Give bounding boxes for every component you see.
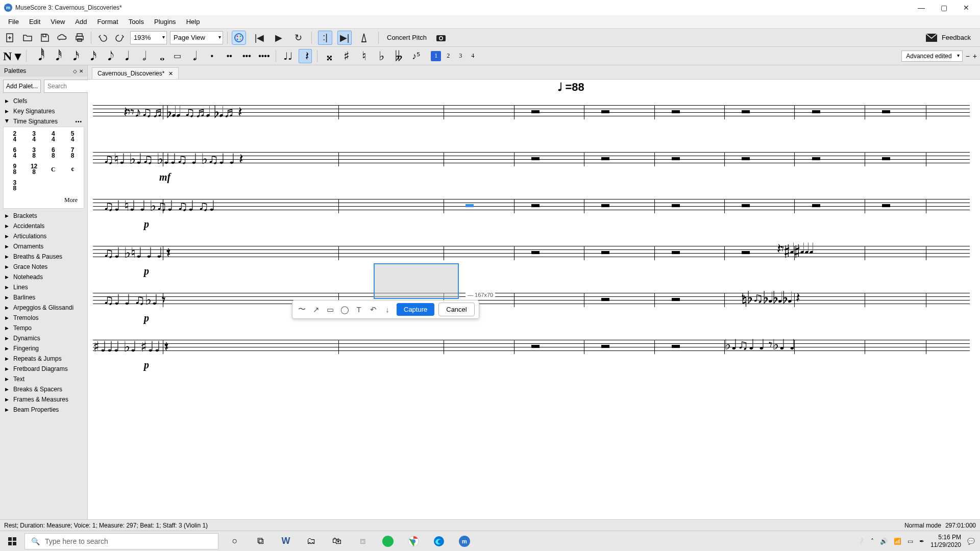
double-dot-icon[interactable]: •• (223, 49, 236, 63)
duration-whole-icon[interactable]: 𝅝 (153, 49, 166, 63)
pan-icon[interactable]: ▶| (337, 31, 352, 45)
palette-item[interactable]: ▶Grace Notes (0, 262, 87, 272)
staff-row[interactable]: 𝄽 𝄾 𝄾 ♪♫♬ ♭♩♩ ♫♬♩ ♭♩♬ 𝄽 (93, 98, 970, 127)
palette-item[interactable]: ▶Fingering (0, 343, 87, 354)
maximize-button[interactable]: ▢ (937, 4, 950, 12)
feedback-link[interactable]: Feedback (942, 34, 971, 41)
start-button[interactable] (0, 537, 24, 545)
palette-item[interactable]: ▶Brackets (0, 211, 87, 221)
score-view[interactable]: ♩ =88 𝄽 𝄾 𝄾 ♪♫♬ ♭♩♩ ♫♬♩ ♭♩♬ 𝄽 ♫♮♩ ♭♩♫ ♭♩… (88, 80, 980, 532)
circle-tool-icon[interactable]: ◯ (339, 305, 350, 315)
duration-breve-icon[interactable]: ▭ (170, 49, 184, 63)
menu-plugins[interactable]: Plugins (149, 17, 181, 27)
dot-icon[interactable]: • (205, 49, 218, 63)
wifi-icon[interactable]: 📶 (894, 538, 901, 545)
palette-item[interactable]: ▶Breaths & Pauses (0, 252, 87, 262)
undo-icon[interactable] (95, 31, 110, 45)
palette-item[interactable]: ▶Fretboard Diagrams (0, 364, 87, 374)
menu-tools[interactable]: Tools (124, 17, 149, 27)
palette-item[interactable]: ▶Ornaments (0, 241, 87, 252)
musescore-taskbar-icon[interactable]: m (453, 532, 476, 550)
staff-row[interactable]: ♫♮♩ ♭♩♫ ♭♩♩♫ ♩ ♭♫♩ ♩ 𝄽 mf (93, 145, 970, 173)
taskbar-search[interactable]: 🔍 Type here to search (24, 533, 218, 549)
duration-32nd-icon[interactable]: 𝅘𝅥𝅰 (49, 49, 62, 63)
capture-selection[interactable] (374, 263, 459, 299)
quad-dot-icon[interactable]: •••• (257, 49, 271, 63)
document-tab[interactable]: Cavernous_Discoveries* ✕ (92, 67, 179, 79)
menu-add[interactable]: Add (70, 17, 92, 27)
menu-view[interactable]: View (45, 17, 70, 27)
tray-chevron-icon[interactable]: ˄ (871, 538, 874, 545)
capture-button[interactable]: Capture (397, 303, 434, 316)
voice-4-button[interactable]: 4 (468, 51, 478, 61)
camera-icon[interactable] (434, 31, 448, 45)
flip-stem-icon[interactable]: ♪⁵ (409, 49, 423, 63)
download-tool-icon[interactable]: ↓ (382, 305, 393, 315)
palette-item[interactable]: ▶Noteheads (0, 272, 87, 282)
edge-icon[interactable] (428, 532, 450, 550)
time-sig-cut[interactable]: ¢ (63, 162, 82, 177)
undock-icon[interactable]: ◇ (73, 68, 77, 74)
workspace-combo[interactable]: Advanced edited (901, 51, 962, 62)
task-view-icon[interactable]: ⧉ (249, 532, 272, 550)
palette-item-clefs[interactable]: ▶Clefs (0, 96, 87, 106)
menu-edit[interactable]: Edit (24, 17, 45, 27)
time-sig-more-button[interactable]: More (6, 194, 82, 206)
open-file-icon[interactable] (20, 31, 35, 45)
duration-half-icon[interactable]: 𝅗𝅥 (136, 49, 149, 63)
duration-quarter-icon[interactable]: 𝅘𝅥 (118, 49, 132, 63)
staff-row[interactable]: ♯♩♩♩ ♭♩ ♯♩♩ 𝄾𝄾𝄽 ♭♩♫♩ ♩ 𝄾 ♭♩ ♩ p (93, 333, 970, 361)
taskbar-clock[interactable]: 5:16 PM 11/29/2020 (930, 534, 961, 548)
pen-icon[interactable]: ✒ (919, 538, 924, 545)
time-sig-7-8[interactable]: 78 (63, 145, 82, 161)
palette-item[interactable]: ▶Lines (0, 282, 87, 292)
palette-item[interactable]: ▶Barlines (0, 292, 87, 303)
spotify-icon[interactable] (377, 532, 399, 550)
time-sig-3-8b[interactable]: 38 (6, 178, 24, 193)
time-sig-6-8[interactable]: 68 (44, 145, 63, 161)
double-flat-icon[interactable]: 𝄫 (392, 49, 405, 63)
voice-1-button[interactable]: 1 (431, 51, 441, 61)
double-sharp-icon[interactable]: 𝄪 (323, 49, 336, 63)
close-button[interactable]: ✕ (960, 4, 973, 12)
repeat-in-icon[interactable]: :| (318, 31, 332, 45)
duration-dotted-half-icon[interactable]: 𝅗𝅥. (188, 49, 201, 63)
wave-tool-icon[interactable]: 〜 (297, 305, 307, 315)
palette-item[interactable]: ▶Dynamics (0, 333, 87, 343)
time-sig-12-8[interactable]: 128 (25, 162, 43, 177)
battery-icon[interactable]: ▭ (908, 538, 913, 545)
palette-item[interactable]: ▶Tremolos (0, 313, 87, 323)
dropbox-icon[interactable]: ⧈ (351, 532, 374, 550)
undo-tool-icon[interactable]: ↶ (368, 305, 378, 315)
palette-item[interactable]: ▶Arpeggios & Glissandi (0, 303, 87, 313)
rest-icon[interactable]: 𝄽 (299, 49, 312, 63)
minimize-button[interactable]: — (915, 4, 928, 12)
palette-item[interactable]: ▶Text (0, 374, 87, 384)
time-sig-9-8[interactable]: 98 (6, 162, 24, 177)
time-sig-6-4[interactable]: 64 (6, 145, 24, 161)
menu-format[interactable]: Format (92, 17, 123, 27)
staff-row[interactable]: ♫♩ ♮♩ ♩ ♭♫♩ ♫♩ ♫♩ p (93, 192, 970, 220)
time-sig-5-4[interactable]: 54 (63, 129, 82, 144)
palette-item-key-signatures[interactable]: ▶Key Signatures (0, 106, 87, 116)
chrome-icon[interactable] (402, 532, 425, 550)
palette-item[interactable]: ▶Frames & Measures (0, 394, 87, 405)
add-palette-button[interactable]: Add Palet... (3, 80, 41, 93)
palette-item[interactable]: ▶Accidentals (0, 221, 87, 231)
natural-icon[interactable]: ♮ (357, 49, 371, 63)
view-mode-select[interactable] (170, 31, 223, 44)
play-icon[interactable]: ▶ (272, 31, 286, 45)
tab-close-icon[interactable]: ✕ (168, 70, 173, 77)
palette-item[interactable]: ▶Articulations (0, 231, 87, 241)
staff-row[interactable]: ♫♩ ♭♮♩ ♩ ♩ 𝄾𝄾𝄽 𝄽 𝄾 ♯♩♯♩♩♩ p (93, 239, 970, 267)
staff-row[interactable]: ♫♩ ♩ ♫♭♩ 𝄾𝄾𝄾 𝄾♮♭♫♭♩♭♩♭♩ 𝄽 p (93, 286, 970, 314)
workspace-plus-button[interactable]: + (973, 52, 977, 60)
metronome-icon[interactable] (357, 31, 371, 45)
voice-3-button[interactable]: 3 (455, 51, 465, 61)
time-sig-4-4[interactable]: 44 (44, 129, 63, 144)
volume-icon[interactable]: 🔊 (880, 538, 888, 545)
cancel-button[interactable]: Cancel (438, 303, 474, 316)
duration-16th-icon[interactable]: 𝅘𝅥𝅯 (84, 49, 97, 63)
duration-16th-icon[interactable]: 𝅘𝅥𝅯 (66, 49, 80, 63)
palette-item[interactable]: ▶Breaks & Spacers (0, 384, 87, 394)
